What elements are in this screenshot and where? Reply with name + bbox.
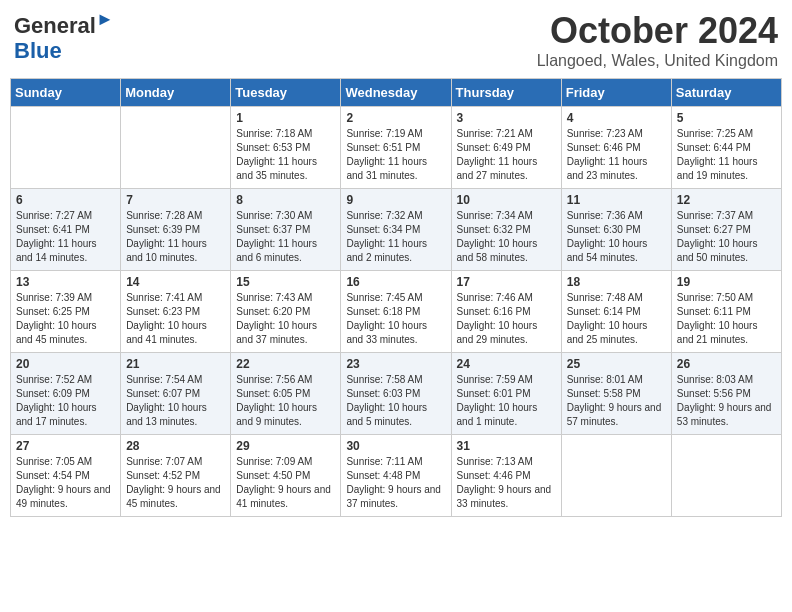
day-info: Sunrise: 7:50 AMSunset: 6:11 PMDaylight:… <box>677 291 776 347</box>
calendar-cell: 28Sunrise: 7:07 AMSunset: 4:52 PMDayligh… <box>121 435 231 517</box>
day-number: 26 <box>677 357 776 371</box>
calendar-day-header: Friday <box>561 79 671 107</box>
day-number: 12 <box>677 193 776 207</box>
calendar-cell: 15Sunrise: 7:43 AMSunset: 6:20 PMDayligh… <box>231 271 341 353</box>
calendar-cell: 25Sunrise: 8:01 AMSunset: 5:58 PMDayligh… <box>561 353 671 435</box>
day-info: Sunrise: 7:23 AMSunset: 6:46 PMDaylight:… <box>567 127 666 183</box>
day-number: 8 <box>236 193 335 207</box>
day-info: Sunrise: 7:07 AMSunset: 4:52 PMDaylight:… <box>126 455 225 511</box>
calendar-cell: 23Sunrise: 7:58 AMSunset: 6:03 PMDayligh… <box>341 353 451 435</box>
day-info: Sunrise: 7:11 AMSunset: 4:48 PMDaylight:… <box>346 455 445 511</box>
calendar-week-row: 1Sunrise: 7:18 AMSunset: 6:53 PMDaylight… <box>11 107 782 189</box>
calendar-table: SundayMondayTuesdayWednesdayThursdayFrid… <box>10 78 782 517</box>
calendar-cell: 24Sunrise: 7:59 AMSunset: 6:01 PMDayligh… <box>451 353 561 435</box>
calendar-cell: 31Sunrise: 7:13 AMSunset: 4:46 PMDayligh… <box>451 435 561 517</box>
day-info: Sunrise: 7:37 AMSunset: 6:27 PMDaylight:… <box>677 209 776 265</box>
calendar-cell: 4Sunrise: 7:23 AMSunset: 6:46 PMDaylight… <box>561 107 671 189</box>
day-number: 14 <box>126 275 225 289</box>
day-number: 1 <box>236 111 335 125</box>
calendar-cell: 7Sunrise: 7:28 AMSunset: 6:39 PMDaylight… <box>121 189 231 271</box>
day-info: Sunrise: 7:54 AMSunset: 6:07 PMDaylight:… <box>126 373 225 429</box>
calendar-week-row: 27Sunrise: 7:05 AMSunset: 4:54 PMDayligh… <box>11 435 782 517</box>
day-info: Sunrise: 7:09 AMSunset: 4:50 PMDaylight:… <box>236 455 335 511</box>
calendar-cell: 14Sunrise: 7:41 AMSunset: 6:23 PMDayligh… <box>121 271 231 353</box>
day-info: Sunrise: 7:18 AMSunset: 6:53 PMDaylight:… <box>236 127 335 183</box>
day-info: Sunrise: 8:01 AMSunset: 5:58 PMDaylight:… <box>567 373 666 429</box>
day-number: 7 <box>126 193 225 207</box>
day-number: 30 <box>346 439 445 453</box>
day-number: 10 <box>457 193 556 207</box>
calendar-cell: 9Sunrise: 7:32 AMSunset: 6:34 PMDaylight… <box>341 189 451 271</box>
calendar-cell: 22Sunrise: 7:56 AMSunset: 6:05 PMDayligh… <box>231 353 341 435</box>
day-number: 23 <box>346 357 445 371</box>
day-number: 13 <box>16 275 115 289</box>
day-info: Sunrise: 7:43 AMSunset: 6:20 PMDaylight:… <box>236 291 335 347</box>
day-number: 4 <box>567 111 666 125</box>
calendar-cell <box>671 435 781 517</box>
calendar-cell <box>11 107 121 189</box>
calendar-cell: 1Sunrise: 7:18 AMSunset: 6:53 PMDaylight… <box>231 107 341 189</box>
day-number: 22 <box>236 357 335 371</box>
calendar-cell: 20Sunrise: 7:52 AMSunset: 6:09 PMDayligh… <box>11 353 121 435</box>
location: Llangoed, Wales, United Kingdom <box>537 52 778 70</box>
calendar-week-row: 13Sunrise: 7:39 AMSunset: 6:25 PMDayligh… <box>11 271 782 353</box>
day-info: Sunrise: 7:59 AMSunset: 6:01 PMDaylight:… <box>457 373 556 429</box>
day-number: 29 <box>236 439 335 453</box>
day-number: 18 <box>567 275 666 289</box>
calendar-cell: 2Sunrise: 7:19 AMSunset: 6:51 PMDaylight… <box>341 107 451 189</box>
logo-text: General► <box>14 10 114 39</box>
calendar-cell: 29Sunrise: 7:09 AMSunset: 4:50 PMDayligh… <box>231 435 341 517</box>
day-number: 6 <box>16 193 115 207</box>
calendar-cell: 21Sunrise: 7:54 AMSunset: 6:07 PMDayligh… <box>121 353 231 435</box>
day-info: Sunrise: 7:41 AMSunset: 6:23 PMDaylight:… <box>126 291 225 347</box>
day-number: 25 <box>567 357 666 371</box>
day-info: Sunrise: 7:58 AMSunset: 6:03 PMDaylight:… <box>346 373 445 429</box>
day-info: Sunrise: 7:39 AMSunset: 6:25 PMDaylight:… <box>16 291 115 347</box>
logo: General► Blue <box>14 10 114 63</box>
calendar-cell: 13Sunrise: 7:39 AMSunset: 6:25 PMDayligh… <box>11 271 121 353</box>
calendar-cell: 17Sunrise: 7:46 AMSunset: 6:16 PMDayligh… <box>451 271 561 353</box>
calendar-cell: 11Sunrise: 7:36 AMSunset: 6:30 PMDayligh… <box>561 189 671 271</box>
day-info: Sunrise: 7:34 AMSunset: 6:32 PMDaylight:… <box>457 209 556 265</box>
day-number: 24 <box>457 357 556 371</box>
calendar-cell: 30Sunrise: 7:11 AMSunset: 4:48 PMDayligh… <box>341 435 451 517</box>
day-info: Sunrise: 7:52 AMSunset: 6:09 PMDaylight:… <box>16 373 115 429</box>
day-info: Sunrise: 7:46 AMSunset: 6:16 PMDaylight:… <box>457 291 556 347</box>
day-info: Sunrise: 7:21 AMSunset: 6:49 PMDaylight:… <box>457 127 556 183</box>
day-number: 28 <box>126 439 225 453</box>
day-number: 11 <box>567 193 666 207</box>
day-info: Sunrise: 7:27 AMSunset: 6:41 PMDaylight:… <box>16 209 115 265</box>
day-info: Sunrise: 7:25 AMSunset: 6:44 PMDaylight:… <box>677 127 776 183</box>
page-header: General► Blue October 2024 Llangoed, Wal… <box>10 10 782 70</box>
calendar-cell <box>121 107 231 189</box>
day-number: 20 <box>16 357 115 371</box>
calendar-cell: 12Sunrise: 7:37 AMSunset: 6:27 PMDayligh… <box>671 189 781 271</box>
day-number: 19 <box>677 275 776 289</box>
calendar-cell: 8Sunrise: 7:30 AMSunset: 6:37 PMDaylight… <box>231 189 341 271</box>
title-block: October 2024 Llangoed, Wales, United Kin… <box>537 10 778 70</box>
calendar-cell: 18Sunrise: 7:48 AMSunset: 6:14 PMDayligh… <box>561 271 671 353</box>
day-info: Sunrise: 7:45 AMSunset: 6:18 PMDaylight:… <box>346 291 445 347</box>
calendar-cell: 3Sunrise: 7:21 AMSunset: 6:49 PMDaylight… <box>451 107 561 189</box>
day-number: 31 <box>457 439 556 453</box>
calendar-header-row: SundayMondayTuesdayWednesdayThursdayFrid… <box>11 79 782 107</box>
day-number: 17 <box>457 275 556 289</box>
calendar-day-header: Tuesday <box>231 79 341 107</box>
calendar-day-header: Thursday <box>451 79 561 107</box>
calendar-cell: 5Sunrise: 7:25 AMSunset: 6:44 PMDaylight… <box>671 107 781 189</box>
logo-text-blue: Blue <box>14 39 114 63</box>
day-info: Sunrise: 7:05 AMSunset: 4:54 PMDaylight:… <box>16 455 115 511</box>
day-info: Sunrise: 7:56 AMSunset: 6:05 PMDaylight:… <box>236 373 335 429</box>
calendar-cell: 10Sunrise: 7:34 AMSunset: 6:32 PMDayligh… <box>451 189 561 271</box>
day-info: Sunrise: 7:19 AMSunset: 6:51 PMDaylight:… <box>346 127 445 183</box>
calendar-cell: 26Sunrise: 8:03 AMSunset: 5:56 PMDayligh… <box>671 353 781 435</box>
day-info: Sunrise: 7:48 AMSunset: 6:14 PMDaylight:… <box>567 291 666 347</box>
day-info: Sunrise: 7:36 AMSunset: 6:30 PMDaylight:… <box>567 209 666 265</box>
calendar-week-row: 20Sunrise: 7:52 AMSunset: 6:09 PMDayligh… <box>11 353 782 435</box>
day-info: Sunrise: 7:32 AMSunset: 6:34 PMDaylight:… <box>346 209 445 265</box>
calendar-day-header: Monday <box>121 79 231 107</box>
day-number: 2 <box>346 111 445 125</box>
day-number: 15 <box>236 275 335 289</box>
day-info: Sunrise: 7:13 AMSunset: 4:46 PMDaylight:… <box>457 455 556 511</box>
day-number: 21 <box>126 357 225 371</box>
